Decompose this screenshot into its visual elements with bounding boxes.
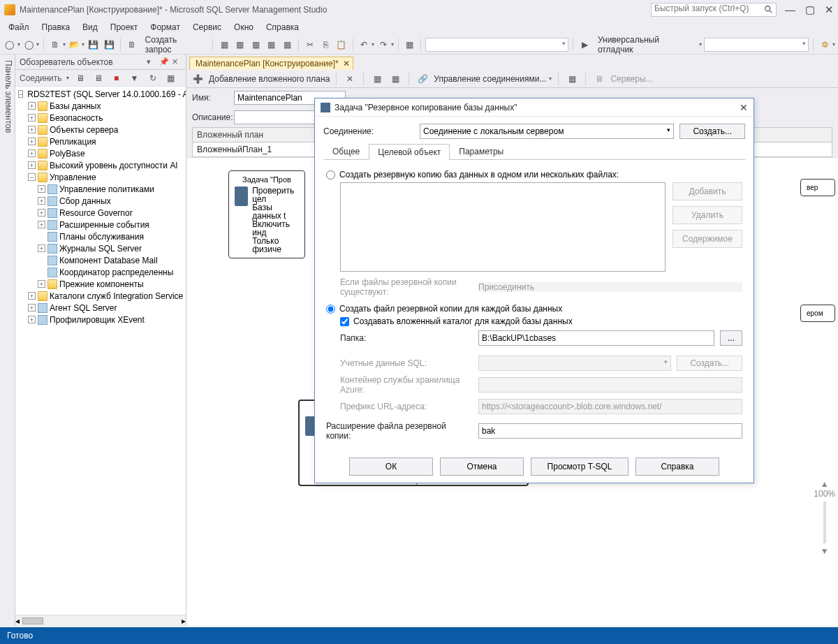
folder-input[interactable] [478, 330, 714, 346]
tree-root[interactable]: −RDS2TEST (SQL Server 14.0.1000.169 - A [15, 88, 186, 100]
menu-help[interactable]: Справка [260, 21, 304, 34]
menu-edit[interactable]: Правка [36, 21, 76, 34]
combo-2[interactable] [704, 38, 809, 52]
save-all-icon[interactable]: 💾 [103, 38, 117, 52]
icon-f[interactable]: ▦ [402, 38, 416, 52]
tree-high-avail[interactable]: +Высокий уровень доступности Al [15, 159, 186, 171]
open-icon[interactable]: 📂 [68, 38, 82, 52]
dialog-close-icon[interactable]: ✕ [740, 102, 748, 113]
add-file-button[interactable]: Добавить [672, 182, 742, 200]
ok-button[interactable]: ОК [349, 458, 433, 476]
combo-1[interactable] [425, 38, 569, 52]
tree-sql-logs[interactable]: +Журналы SQL Server [15, 242, 186, 254]
tree-resource-governor[interactable]: +Resource Governor [15, 207, 186, 219]
document-tab[interactable]: MaintenancePlan [Конструирование]* ✕ [189, 57, 353, 70]
tree-replication[interactable]: +Репликация [15, 136, 186, 147]
remove-file-button[interactable]: Удалить [672, 206, 742, 224]
task-peek-2[interactable]: ером [800, 305, 835, 322]
help-button[interactable]: Справка [635, 458, 719, 476]
icon-c[interactable]: ▦ [249, 38, 263, 52]
dt-icon-2[interactable]: ▦ [370, 72, 384, 86]
dt-icon-4[interactable]: ▦ [565, 72, 579, 86]
nav-fwd-icon[interactable]: ◯ [22, 38, 36, 52]
oe-refresh-icon[interactable]: ↻ [146, 71, 160, 85]
tree-profiler[interactable]: +Профилировщик XEvent [15, 314, 186, 325]
zoom-control[interactable]: ▲ 100% ▼ [814, 479, 835, 556]
menu-format[interactable]: Формат [145, 21, 186, 34]
menu-tools[interactable]: Сервис [187, 21, 227, 34]
tree-policies[interactable]: +Управление политиками [15, 183, 186, 195]
contents-button[interactable]: Содержимое [672, 230, 742, 248]
dialog-titlebar[interactable]: Задача "Резервное копирование базы данны… [315, 98, 754, 117]
icon-g[interactable]: ⚙ [818, 38, 832, 52]
close-button[interactable]: ✕ [825, 3, 834, 16]
copy-icon[interactable]: ⎘ [318, 38, 332, 52]
debugger-icon[interactable]: ▶ [578, 38, 591, 52]
tree-security[interactable]: +Безопасность [15, 112, 186, 124]
tree-server-objects[interactable]: +Объекты сервера [15, 124, 186, 136]
add-subplan-icon[interactable]: ➕ [191, 72, 205, 86]
manage-conn-icon[interactable]: 🔗 [416, 72, 429, 86]
new-query-icon[interactable]: 🗎 [125, 38, 139, 52]
quick-launch-input[interactable]: Быстрый запуск (Ctrl+Q) [651, 3, 777, 17]
servers-button[interactable]: Серверы... [610, 74, 652, 84]
browse-folder-button[interactable]: ... [720, 330, 742, 346]
dt-icon-3[interactable]: ▦ [388, 72, 402, 86]
icon-a[interactable]: ▦ [217, 38, 231, 52]
new-item-icon[interactable]: 🗎 [48, 38, 62, 52]
toolbox-strip[interactable]: Панель элементов [0, 54, 15, 626]
create-connection-button[interactable]: Создать... [679, 124, 745, 139]
tree-dtc[interactable]: Координатор распределенны [15, 266, 186, 278]
menu-window[interactable]: Окно [228, 21, 259, 34]
nav-back-icon[interactable]: ◯ [3, 38, 17, 52]
pin-icon[interactable]: 📌 [159, 57, 169, 67]
task-check-integrity[interactable]: Задача "Пров Проверить цел Базы данных t… [228, 170, 305, 258]
oe-icon-1[interactable]: 🖥 [73, 71, 87, 85]
tab-params[interactable]: Параметры [450, 143, 513, 159]
tree-db-mail[interactable]: Компонент Database Mail [15, 254, 186, 266]
dropdown-icon[interactable]: ▾ [147, 57, 156, 67]
dt-icon-1[interactable]: ✕ [343, 72, 357, 86]
view-tsql-button[interactable]: Просмотр T-SQL [531, 458, 628, 476]
cancel-button[interactable]: Отмена [440, 458, 524, 476]
oe-icon-3[interactable]: ▦ [164, 71, 178, 85]
radio-single-file[interactable] [326, 170, 335, 180]
tree-polybase[interactable]: +PolyBase [15, 147, 186, 159]
tree-extended-events[interactable]: +Расширенные события [15, 219, 186, 230]
minimize-button[interactable]: — [785, 3, 795, 16]
tree-legacy[interactable]: +Прежние компоненты [15, 278, 186, 290]
undo-icon[interactable]: ↶ [357, 38, 371, 52]
tree-databases[interactable]: +Базы данных [15, 100, 186, 112]
manage-conn-button[interactable]: Управление соединениями... [434, 74, 546, 84]
oe-filter-icon[interactable]: ▼ [128, 71, 142, 85]
tree-is-catalogs[interactable]: +Каталоги служб Integration Service [15, 290, 186, 302]
new-query-button[interactable]: Создать запрос [141, 35, 209, 54]
connect-button[interactable]: Соединить [20, 73, 62, 83]
menu-view[interactable]: Вид [77, 21, 103, 34]
radio-per-db[interactable] [326, 305, 335, 314]
tree-data-collection[interactable]: +Сбор данных [15, 195, 186, 207]
close-tab-icon[interactable]: ✕ [343, 59, 350, 68]
icon-e[interactable]: ▦ [280, 38, 294, 52]
oe-stop-icon[interactable]: ■ [110, 71, 124, 85]
backup-file-list[interactable] [340, 182, 666, 272]
connection-select[interactable]: Соединение с локальным сервером [420, 124, 674, 139]
oe-icon-2[interactable]: 🖥 [91, 71, 105, 85]
ext-input[interactable] [478, 423, 742, 439]
maximize-button[interactable]: ▢ [805, 3, 815, 16]
close-panel-icon[interactable]: ✕ [172, 57, 182, 67]
save-icon[interactable]: 💾 [87, 38, 101, 52]
tree-hscroll[interactable]: ◂▸ [15, 615, 186, 626]
servers-icon[interactable]: 🖥 [592, 72, 606, 86]
tab-general[interactable]: Общее [323, 143, 369, 159]
redo-icon[interactable]: ↷ [376, 38, 390, 52]
menu-project[interactable]: Проект [105, 21, 144, 34]
cut-icon[interactable]: ✂ [303, 38, 317, 52]
tree-maint-plans[interactable]: Планы обслуживания [15, 230, 186, 242]
menu-file[interactable]: Файл [3, 21, 35, 34]
debugger-label[interactable]: Универсальный отладчик [594, 35, 698, 54]
tab-target[interactable]: Целевой объект [369, 144, 450, 160]
checkbox-subdir[interactable] [340, 317, 349, 326]
tree-management[interactable]: −Управление [15, 171, 186, 183]
icon-b[interactable]: ▦ [233, 38, 247, 52]
